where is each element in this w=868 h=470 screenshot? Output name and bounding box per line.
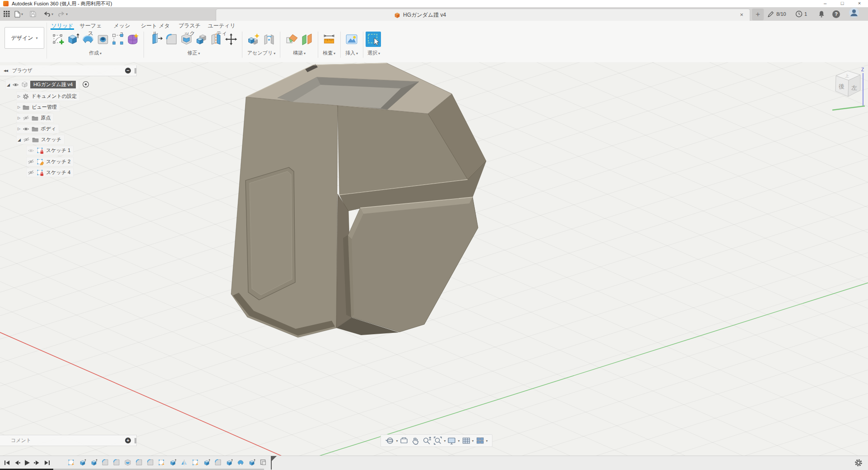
new-tab-button[interactable]: +: [752, 9, 764, 20]
tree-row-sketch1[interactable]: スケッチ 1: [26, 146, 74, 155]
tree-row-root[interactable]: ◢ HGガンダム踵 v4: [5, 80, 89, 89]
skip-start-icon[interactable]: [3, 458, 12, 468]
tree-row-sketches[interactable]: ◢ スケッチ: [16, 135, 65, 144]
tab-surface[interactable]: サーフェス: [79, 22, 103, 29]
tree-row-sketch2[interactable]: スケッチ 2: [26, 157, 74, 166]
split-body-icon[interactable]: [209, 32, 223, 46]
move-copy-icon[interactable]: [224, 32, 238, 46]
collapsed-triangle-icon[interactable]: ▷: [18, 94, 20, 98]
step-forward-icon[interactable]: [32, 458, 42, 468]
user-avatar[interactable]: [849, 9, 859, 17]
close-button[interactable]: ×: [851, 0, 868, 7]
revolve-feature-icon[interactable]: [237, 459, 246, 468]
play-icon[interactable]: [23, 458, 32, 468]
skip-end-icon[interactable]: [42, 458, 51, 468]
press-pull-icon[interactable]: [150, 32, 163, 46]
group-create[interactable]: 作成▾: [51, 50, 140, 56]
tab-plastic[interactable]: プラスチック: [176, 22, 203, 29]
revolve-icon[interactable]: [81, 32, 95, 46]
tab-close-icon[interactable]: ×: [738, 11, 745, 18]
view-cube[interactable]: 上 後 左 Z: [829, 67, 868, 114]
orbit-icon[interactable]: ▾: [385, 436, 398, 446]
extrude-feature-icon[interactable]: [169, 459, 178, 468]
group-assembly[interactable]: アセンブリ▾: [246, 50, 276, 56]
tree-row-sketch4[interactable]: スケッチ 4: [26, 168, 74, 177]
extrude-icon[interactable]: [66, 32, 80, 46]
shell-feature-icon[interactable]: [124, 459, 133, 468]
panel-resize-handle[interactable]: [135, 68, 136, 74]
tree-row-origin[interactable]: ▷ 原点: [16, 113, 54, 123]
look-at-icon[interactable]: [399, 436, 409, 446]
model-body[interactable]: [0, 62, 868, 456]
tab-utilities[interactable]: ユーティリティ: [208, 22, 236, 29]
tree-row-document-settings[interactable]: ▷ ドキュメントの設定: [16, 92, 80, 101]
group-modify[interactable]: 修正▾: [149, 50, 238, 56]
hole-icon[interactable]: [96, 32, 110, 46]
file-menu-icon[interactable]: ▾: [14, 10, 23, 18]
pan-icon[interactable]: [410, 436, 420, 446]
create-form-icon[interactable]: [126, 32, 139, 46]
eye-off-icon[interactable]: [28, 170, 34, 175]
eye-off-icon[interactable]: [28, 159, 34, 164]
extrude-feature-icon[interactable]: [248, 459, 257, 468]
expand-comments-icon[interactable]: +: [125, 438, 131, 443]
grid-settings-icon[interactable]: ▾: [461, 436, 474, 446]
extrude-feature-icon[interactable]: [90, 459, 99, 468]
collapsed-triangle-icon[interactable]: ▷: [18, 127, 20, 131]
sketch-feature-icon[interactable]: [192, 459, 201, 468]
eye-off-icon[interactable]: [23, 115, 29, 120]
panel-resize-handle[interactable]: [135, 438, 136, 443]
expand-triangle-icon[interactable]: ◢: [18, 138, 21, 142]
fit-icon[interactable]: ▾: [433, 436, 446, 446]
playhead-flag-icon[interactable]: [271, 456, 277, 464]
save-icon[interactable]: [30, 10, 36, 18]
tab-mesh[interactable]: メッシュ: [111, 22, 133, 29]
browser-panel-header[interactable]: ◀◀ ブラウザ −: [0, 65, 137, 76]
job-status-badge[interactable]: 1: [795, 10, 807, 18]
extrude-feature-icon[interactable]: [203, 459, 212, 468]
undo-icon[interactable]: ▾: [43, 10, 53, 18]
document-tab[interactable]: HGガンダム踵 v4 ×: [216, 9, 750, 21]
joint-icon[interactable]: [262, 32, 276, 46]
help-icon[interactable]: ?: [832, 10, 840, 18]
collapsed-triangle-icon[interactable]: ▷: [18, 105, 20, 109]
viewports-icon[interactable]: ▾: [475, 436, 488, 446]
edit-count-badge[interactable]: 8/10: [767, 10, 786, 18]
collapsed-triangle-icon[interactable]: ▷: [18, 116, 20, 120]
offset-plane-icon[interactable]: [300, 32, 314, 46]
create-sketch-icon[interactable]: [51, 32, 65, 46]
fillet-icon[interactable]: [165, 32, 178, 46]
redo-icon[interactable]: ▾: [58, 10, 68, 18]
fillet-feature-icon[interactable]: [102, 459, 111, 468]
eye-icon[interactable]: [23, 127, 29, 131]
insert-image-icon[interactable]: [345, 32, 358, 46]
rectangular-pattern-icon[interactable]: [111, 32, 125, 46]
group-construct[interactable]: 構築▾: [284, 50, 314, 56]
group-select[interactable]: 選択▾: [357, 50, 390, 56]
mirror-feature-icon[interactable]: [181, 459, 190, 468]
timeline-settings-gear-icon[interactable]: [854, 459, 863, 468]
root-component-label[interactable]: HGガンダム踵 v4: [30, 81, 76, 88]
new-component-icon[interactable]: [247, 32, 261, 46]
eye-off-icon[interactable]: [23, 137, 30, 142]
notifications-bell-icon[interactable]: [818, 10, 825, 18]
workspace-selector[interactable]: デザイン▾: [5, 27, 44, 49]
expand-triangle-icon[interactable]: ◢: [7, 83, 10, 87]
select-icon[interactable]: [366, 32, 381, 47]
fillet-feature-icon[interactable]: [113, 459, 122, 468]
tab-sheet-metal[interactable]: シート メタル: [140, 22, 171, 29]
tree-row-bodies[interactable]: ▷ ボディ: [16, 124, 59, 134]
construction-plane-icon[interactable]: [285, 32, 299, 46]
tree-row-view-management[interactable]: ▷ ビュー管理: [16, 102, 60, 112]
sketch-feature-icon[interactable]: [158, 459, 167, 468]
box-feature-icon[interactable]: [260, 459, 269, 468]
display-settings-icon[interactable]: ▾: [447, 436, 460, 446]
minimize-panel-icon[interactable]: −: [125, 68, 131, 74]
app-grid-icon[interactable]: [4, 10, 10, 18]
eye-dim-icon[interactable]: [28, 148, 34, 153]
extrude-feature-icon[interactable]: [226, 459, 235, 468]
extrude-feature-icon[interactable]: [79, 459, 88, 468]
sketch-feature-icon[interactable]: [68, 459, 77, 468]
fillet-feature-icon[interactable]: [214, 459, 223, 468]
maximize-button[interactable]: □: [834, 0, 851, 7]
